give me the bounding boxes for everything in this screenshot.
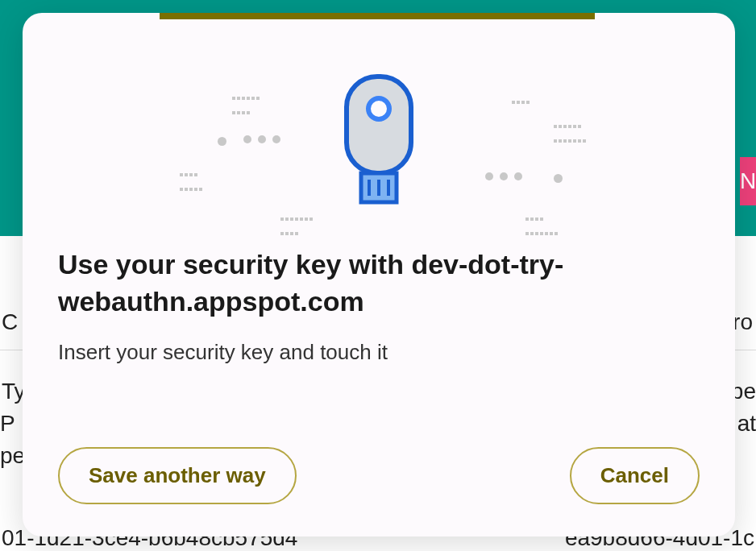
bg-text-fragment: pe (0, 443, 25, 469)
svg-point-1 (368, 98, 389, 119)
dialog-accent-bar (160, 13, 595, 19)
dialog-title: Use your security key with dev-dot-try-w… (58, 246, 700, 321)
new-button-edge[interactable]: N (740, 157, 756, 205)
save-another-way-button[interactable]: Save another way (58, 447, 297, 504)
cancel-button[interactable]: Cancel (570, 447, 700, 504)
dialog-subtitle: Insert your security key and touch it (58, 340, 700, 365)
bg-text-fragment: at (737, 411, 756, 437)
security-key-illustration (58, 61, 700, 222)
dialog-button-row: Save another way Cancel (58, 431, 700, 504)
svg-rect-0 (347, 77, 411, 173)
security-key-dialog: Use your security key with dev-dot-try-w… (23, 13, 735, 536)
bg-text-fragment: C (0, 309, 18, 335)
bg-text-fragment: ro (733, 309, 756, 335)
usb-security-key-icon (339, 73, 419, 210)
bg-text-fragment: P (0, 411, 15, 437)
new-button-label-fragment: N (740, 168, 756, 194)
